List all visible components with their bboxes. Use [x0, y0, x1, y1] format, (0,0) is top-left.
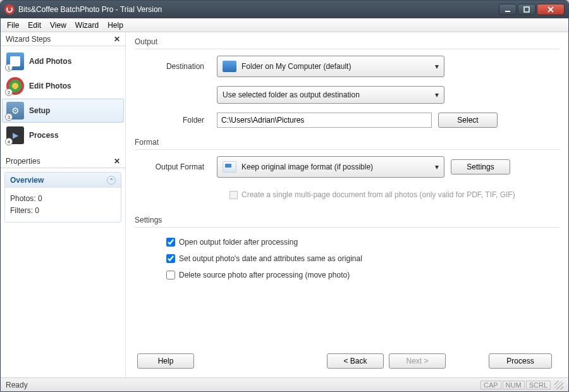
caps-indicator: CAP	[480, 381, 501, 389]
folder-icon	[223, 61, 236, 72]
step-label: Edit Photos	[29, 82, 71, 90]
open-after-checkbox[interactable]	[166, 238, 175, 247]
sidebar: Wizard Steps ✕ 1 Add Photos 2 Edit Photo…	[1, 32, 126, 377]
window-title: Bits&Coffee BatchPhoto Pro - Trial Versi…	[18, 5, 499, 14]
delete-source-checkbox[interactable]	[166, 271, 175, 279]
status-text: Ready	[6, 381, 28, 389]
menu-wizard[interactable]: Wizard	[75, 21, 99, 30]
titlebar: Bits&Coffee BatchPhoto Pro - Trial Versi…	[1, 1, 568, 18]
menu-file[interactable]: File	[7, 21, 19, 30]
folder-input[interactable]	[217, 113, 432, 128]
back-button[interactable]: < Back	[327, 353, 384, 369]
step-process[interactable]: 4 Process	[2, 123, 124, 147]
properties-title: Properties	[6, 157, 40, 166]
close-button[interactable]	[537, 4, 565, 15]
filters-count: Filters: 0	[10, 205, 116, 217]
app-icon	[4, 4, 15, 15]
settings-section-title: Settings	[135, 216, 560, 224]
resize-grip[interactable]	[554, 381, 563, 389]
photos-icon: 1	[6, 52, 24, 70]
step-label: Add Photos	[29, 57, 71, 66]
open-after-row: Open output folder after processing	[166, 238, 560, 247]
svg-rect-1	[524, 7, 529, 12]
menu-edit[interactable]: Edit	[28, 21, 41, 30]
format-section-title: Format	[135, 138, 560, 147]
format-icon	[223, 161, 236, 173]
output-section-title: Output	[135, 37, 560, 46]
collapse-icon[interactable]: ⌃	[107, 176, 116, 185]
process-button[interactable]: Process	[489, 353, 552, 369]
delete-source-label: Delete source photo after processing (mo…	[179, 271, 350, 279]
step-edit-photos[interactable]: 2 Edit Photos	[2, 74, 124, 98]
menubar: File Edit View Wizard Help	[1, 18, 568, 32]
output-format-value: Keep original image format (if possible)	[242, 162, 373, 171]
multipage-checkbox	[229, 191, 238, 199]
multipage-label: Create a single multi-page document from…	[242, 190, 515, 199]
menu-view[interactable]: View	[50, 21, 66, 30]
photos-count: Photos: 0	[10, 193, 116, 205]
setup-icon: 3	[6, 102, 24, 119]
step-label: Setup	[29, 106, 50, 115]
same-date-checkbox[interactable]	[166, 254, 175, 263]
wizard-footer: Help < Back Next > Process	[135, 345, 560, 377]
open-after-label: Open output folder after processing	[179, 238, 298, 247]
same-date-row: Set output photo's date and attributes s…	[166, 254, 560, 263]
delete-source-row: Delete source photo after processing (mo…	[166, 271, 560, 279]
main-panel: Output Destination Folder on My Computer…	[126, 32, 568, 377]
step-add-photos[interactable]: 1 Add Photos	[2, 49, 124, 73]
destination-mode-combo[interactable]: Use selected folder as output destinatio…	[217, 86, 444, 104]
maximize-button[interactable]	[518, 4, 535, 15]
help-button[interactable]: Help	[137, 353, 194, 369]
wizard-steps-title: Wizard Steps	[6, 35, 51, 44]
destination-value: Folder on My Computer (default)	[242, 62, 351, 71]
statusbar: Ready CAP NUM SCRL	[1, 377, 568, 391]
destination-combo[interactable]: Folder on My Computer (default)	[217, 56, 444, 77]
format-settings-button[interactable]: Settings	[451, 159, 510, 175]
overview-title: Overview	[10, 176, 44, 185]
output-format-label: Output Format	[135, 162, 217, 171]
overview-panel: Overview ⌃ Photos: 0 Filters: 0	[4, 172, 121, 223]
minimize-button[interactable]	[499, 4, 517, 15]
same-date-label: Set output photo's date and attributes s…	[179, 254, 362, 263]
step-label: Process	[29, 131, 59, 140]
properties-close-icon[interactable]: ✕	[114, 157, 120, 166]
edit-icon: 2	[6, 77, 24, 95]
wizard-steps-header: Wizard Steps ✕	[1, 32, 125, 46]
output-format-combo[interactable]: Keep original image format (if possible)	[217, 156, 444, 178]
menu-help[interactable]: Help	[107, 21, 123, 30]
app-window: Bits&Coffee BatchPhoto Pro - Trial Versi…	[0, 0, 569, 392]
wizard-steps-close-icon[interactable]: ✕	[114, 35, 120, 44]
folder-label: Folder	[135, 116, 217, 125]
next-button[interactable]: Next >	[389, 353, 446, 369]
destination-label: Destination	[135, 62, 217, 71]
multipage-checkbox-row: Create a single multi-page document from…	[229, 190, 560, 199]
properties-header: Properties ✕	[1, 154, 125, 168]
destination-mode-value: Use selected folder as output destinatio…	[223, 90, 360, 99]
step-setup[interactable]: 3 Setup	[2, 99, 124, 123]
process-icon: 4	[6, 126, 24, 144]
select-folder-button[interactable]: Select	[438, 113, 498, 128]
num-indicator: NUM	[503, 381, 525, 389]
scroll-indicator: SCRL	[526, 381, 551, 389]
